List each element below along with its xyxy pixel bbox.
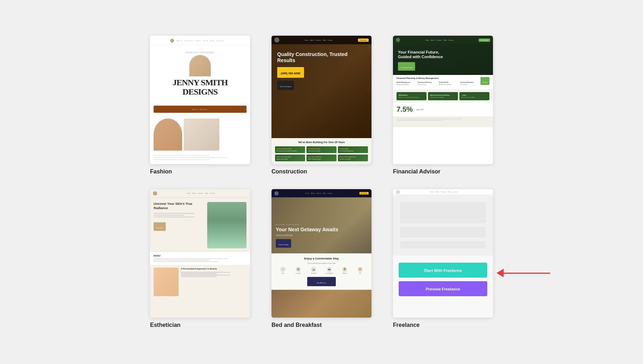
- freelance-preview[interactable]: Home About Services Blog Contact Start W…: [393, 189, 493, 318]
- esth-bottom-title: A Personalized Approach to Beauty: [181, 268, 246, 271]
- feature-title: Quality Craftsmanship: [276, 148, 304, 150]
- bnb-amenity-label: WiFi: [359, 273, 361, 274]
- bnb-amenity-label: Concierge: [296, 273, 301, 274]
- bnb-nav-link: Blog: [323, 192, 326, 194]
- bnb-nav-link: Contact: [328, 192, 333, 194]
- freelance-nav-link: Blog: [448, 191, 451, 193]
- bnb-reserve-btn[interactable]: View All Rooms: [307, 277, 336, 286]
- esth-logo: [153, 191, 157, 196]
- bnb-hero: Building Your Vision Your Next Getaway A…: [271, 197, 372, 253]
- bnb-nav-link: Home: [305, 192, 309, 194]
- feature-desc: Fully insured and licensed: [308, 150, 335, 152]
- esthetician-label: Esthetician: [150, 322, 180, 328]
- financial-cards: 401(k) Advice Maximize your employer ben…: [393, 90, 493, 102]
- feature-title: Insurance & Trust: [308, 148, 335, 150]
- freelance-preview-label: Preview Freelance: [426, 287, 460, 291]
- bnb-nav-link: Rooms: [316, 192, 321, 194]
- bnb-logo: [274, 191, 279, 196]
- esthetician-preview[interactable]: Home About Services Blog Contact Uncover…: [150, 189, 250, 318]
- col-desc: Strategic wealth planning: [397, 84, 417, 85]
- construction-feature: Innovative Solutions Modern building tec…: [306, 155, 337, 161]
- freelance-start-label: Start With Freelance: [424, 268, 462, 273]
- construction-nav-links: Home About Services Blog Contact: [305, 39, 333, 41]
- construction-feature: Client-Centric Approach Your vision, our…: [338, 155, 368, 161]
- esth-section-title: Hello!: [154, 254, 246, 257]
- financial-planning-section: Financial Planning & Money Management Le…: [393, 75, 493, 90]
- fashion-nav-link: Pages: [195, 40, 201, 41]
- freelance-preview-button[interactable]: Preview Freelance: [399, 281, 487, 296]
- fashion-cta-text: Book a Session: [193, 108, 208, 110]
- esth-nav-link: About: [193, 192, 196, 194]
- fashion-title: JENNY SMITHDESIGNS: [173, 78, 228, 97]
- esth-section-lines: [154, 258, 246, 262]
- card-title: + more: [462, 94, 487, 96]
- fashion-hero-image-right: [184, 118, 219, 151]
- bnb-comfort-sub: We provide the best amenities for your s…: [276, 262, 367, 264]
- financial-col: Retirement Planning Secure your future: [418, 81, 438, 85]
- financial-card: Retirement Income Planning Sustainable i…: [428, 92, 458, 100]
- bnb-amenity-label: Free Breakfast: [326, 273, 333, 274]
- esth-hero-text: Uncover Your Skin's True Radiance Book N…: [154, 202, 204, 248]
- feature-title: Sustainability: [339, 148, 367, 150]
- construction-feature: Quality Craftsmanship Expert builders wi…: [275, 146, 305, 153]
- construction-feature: Clear Communication Regular project upda…: [275, 155, 305, 161]
- fashion-model-image: [189, 55, 211, 76]
- freelance-logo: [396, 190, 400, 194]
- freelance-content-block: [400, 202, 486, 223]
- feature-desc: Regular project updates: [276, 158, 304, 160]
- fashion-brand-dot: [170, 39, 174, 42]
- fashion-preview[interactable]: About Portfolio Pages Shop Blog Contact …: [150, 36, 250, 164]
- financial-planning-title: Financial Planning & Money Management: [397, 77, 489, 79]
- financial-planning-btn-text: Learn More: [482, 82, 488, 83]
- bnb-bottom-image: [271, 290, 372, 318]
- fashion-nav-link: Contact: [216, 40, 224, 41]
- construction-feature: Insurance & Trust Fully insured and lice…: [306, 146, 337, 153]
- construction-phone: (255) 352-6258: [281, 72, 300, 75]
- esth-bottom-image: [154, 268, 179, 296]
- financial-cols: Wealth Management Strategic wealth plann…: [397, 81, 480, 87]
- freelance-content-block: [400, 227, 486, 238]
- bnb-nav-link: About: [311, 192, 315, 194]
- bnb-amenities: 🛁 Suite 🍳 Concierge 🏊 Guest Pool 🛏 Free …: [276, 267, 367, 274]
- col-title: Retirement Planning: [418, 81, 438, 83]
- line: [154, 258, 228, 259]
- feature-desc: Eco-friendly building practices: [339, 150, 367, 152]
- freelance-nav-link: Contact: [453, 191, 458, 193]
- col-desc: Secure your future: [418, 84, 438, 85]
- bnb-amenity: 🛏 Free Breakfast: [322, 267, 336, 274]
- fashion-text-line: [154, 159, 209, 160]
- esth-nav-link: Contact: [210, 192, 215, 194]
- financial-nav-link: About: [431, 39, 434, 41]
- financial-label: Financial Advisor: [393, 168, 440, 175]
- construction-label: Construction: [271, 168, 307, 175]
- freelance-start-button[interactable]: Start With Freelance: [399, 263, 487, 278]
- freelance-nav-link: Services: [441, 191, 446, 193]
- fashion-navbar: About Portfolio Pages Shop Blog Contact: [150, 36, 250, 46]
- feature-title: Clear Communication: [276, 156, 304, 158]
- freelance-content-area: [393, 195, 493, 256]
- esth-footer: [150, 310, 250, 318]
- fashion-logo-area: Fashion Designer JENNY SMITHDESIGNS: [150, 46, 250, 104]
- bnb-preview[interactable]: Home About Rooms Blog Contact Book Now B…: [271, 189, 372, 318]
- bnb-amenity-icon: 🏊: [311, 267, 316, 272]
- feature-desc: Expert builders with decades of experien…: [276, 150, 304, 152]
- feature-desc: Modern building techniques: [308, 158, 335, 160]
- financial-preview[interactable]: Home About Services Blog Contact Get Sta…: [393, 36, 493, 164]
- construction-trust-section: We've Been Building For Over 25 Years Qu…: [271, 138, 372, 164]
- financial-rate-label: Avg. APY: [417, 108, 424, 111]
- financial-planning-btn: Learn More: [480, 77, 489, 85]
- esth-line: [181, 275, 230, 275]
- esth-line: [181, 276, 217, 277]
- esth-hero-img-fill: [207, 202, 246, 248]
- feature-title: Innovative Solutions: [308, 156, 335, 158]
- fashion-hero-area: [150, 116, 250, 153]
- bnb-nav-badge: Book Now: [359, 192, 369, 194]
- esth-cta-btn: Book Now: [154, 222, 166, 231]
- fashion-cta-bar: Book a Session: [154, 106, 246, 113]
- bnb-label: Bed and Breakfast: [271, 322, 322, 328]
- financial-nav-links: Home About Services Blog Contact: [425, 39, 453, 41]
- esth-hero: Uncover Your Skin's True Radiance Book N…: [150, 198, 250, 251]
- construction-preview[interactable]: Home About Services Blog Contact Get Quo…: [271, 36, 372, 164]
- card-title: 401(k) Advice: [399, 94, 424, 96]
- template-item-bnb: Home About Rooms Blog Contact Book Now B…: [271, 189, 372, 328]
